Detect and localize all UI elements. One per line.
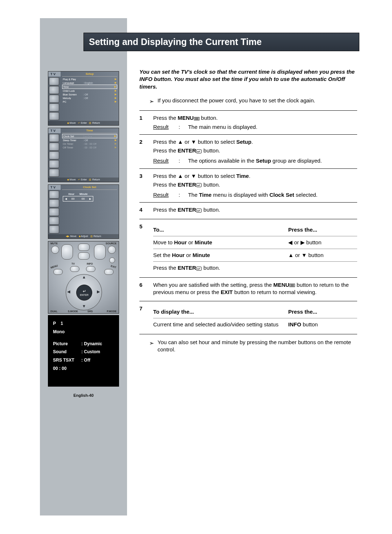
osd-footer: ◆ Move ↵ Enter ▥ Return <box>48 178 119 182</box>
osd-row-label: PC <box>63 101 83 103</box>
hour-value: 00 <box>69 197 77 200</box>
up-tilde-button[interactable] <box>78 244 90 251</box>
info-val: : Off <box>81 356 114 364</box>
arrow-right-icon: ▶ <box>97 289 100 294</box>
enter-button[interactable]: ↵ ENTER <box>76 285 92 301</box>
tv-button[interactable] <box>70 266 79 272</box>
exit-button[interactable] <box>104 269 114 275</box>
osd-row-label: Time <box>63 86 83 88</box>
note-bottom: ➣ You can also set hour and minute by pr… <box>139 339 357 354</box>
osd-icon <box>49 208 59 216</box>
source-button[interactable] <box>108 246 116 254</box>
page-title: Setting and Displaying the Current Time <box>84 33 359 51</box>
arrow-down-icon: ▼ <box>82 304 86 308</box>
osd-icon <box>49 160 59 168</box>
enter-icon <box>196 208 202 213</box>
osd-row-label: Blue Screen <box>63 93 83 96</box>
osd-footer: ◆ Move ↵ Enter ▥ Return <box>48 121 119 125</box>
osd-icon <box>49 103 59 111</box>
title-bar: Setting and Displaying the Current Time <box>83 33 359 51</box>
osd-icon <box>49 77 59 85</box>
chevron-right-icon: ▶ <box>114 135 116 138</box>
osd-tv-label: T V <box>48 72 61 77</box>
mute-label: MUTE <box>50 242 58 245</box>
osd-icon <box>49 169 59 177</box>
osd-icon <box>49 225 59 233</box>
info-key: SRS TSXT <box>53 356 81 364</box>
chevron-right-icon: ▶ <box>115 93 117 96</box>
tv-label: TV <box>72 262 75 265</box>
osd-row-label: Sleep Timer <box>63 139 83 142</box>
info-status-panel: P 1 Mono Picture: Dynamic Sound: Custom … <box>48 315 119 387</box>
svg-rect-5 <box>196 183 201 187</box>
info-mono: Mono <box>53 328 114 336</box>
osd-tv-label: T V <box>48 185 61 190</box>
remote-panel: MUTE SOURCE MENU TV INFO EXIT ▲ ▼ <box>48 241 119 314</box>
chevron-right-icon: ▶ <box>114 85 116 88</box>
info-label: INFO <box>87 262 93 265</box>
chevron-right-icon: ▶ <box>115 97 117 99</box>
chevron-right-icon: ▶ <box>115 78 117 81</box>
osd-setup-title: Setup <box>62 72 117 77</box>
osd-time-panel: T V Time Clock Set: - - : - -▶ Sleep Tim… <box>48 128 119 182</box>
instructions: You can set the TV's clock so that the c… <box>139 68 357 358</box>
osd-icon <box>49 112 59 120</box>
osd-icon <box>49 217 59 225</box>
info-val: : Dynamic <box>81 340 114 348</box>
svg-rect-7 <box>196 267 201 270</box>
step-5: 5 To...Press the... Move to Hour or Minu… <box>139 219 357 277</box>
chevron-right-icon: ▶ <box>115 139 117 142</box>
menu-button[interactable] <box>53 269 63 275</box>
mute-button[interactable] <box>51 246 59 254</box>
arrow-up-icon: ▲ <box>82 275 86 279</box>
osd-row-label: On Timer <box>63 143 83 145</box>
step-4: 4 Press the ENTER button. <box>139 202 357 219</box>
arrow-left-icon: ◀ <box>67 289 70 294</box>
osd-icon <box>49 95 59 103</box>
osd-row-label: Melody <box>63 97 83 99</box>
source-label: SOURCE <box>106 242 117 245</box>
osd-tv-label: T V <box>48 128 61 133</box>
hour-label: Hour <box>69 193 74 195</box>
step-1: 1 Press the MENU button. Result:The main… <box>139 110 357 134</box>
chevron-right-icon: ▶ <box>115 81 117 84</box>
note-arrow-icon: ➣ <box>148 98 155 106</box>
osd-icon <box>49 86 59 94</box>
osd-time-list: Clock Set: - - : - -▶ Sleep Timer: Off▶ … <box>61 133 119 178</box>
osd-icon <box>49 191 59 199</box>
svg-rect-4 <box>196 150 201 153</box>
ch-rocker[interactable] <box>94 244 106 260</box>
page-number: English-40 <box>40 393 127 398</box>
srs-label: SRS <box>87 310 93 313</box>
svg-rect-6 <box>196 209 201 212</box>
info-time: 00 : 00 <box>53 364 114 373</box>
pmode-label: P.MODE <box>107 310 117 313</box>
info-val: : Custom <box>81 348 114 356</box>
clock-boxes: ◀ 00 00 ▶ <box>63 196 93 201</box>
minute-value: 00 <box>79 197 87 200</box>
info-button[interactable] <box>86 266 95 272</box>
chevron-right-icon: ▶ <box>115 146 117 149</box>
menu-label: MENU <box>50 264 58 269</box>
chevron-right-icon: ▶ <box>115 142 117 145</box>
osd-row-label: Plug & Play <box>63 78 83 81</box>
smode-label: S.MODE <box>68 310 78 313</box>
chevron-left-icon: ◀ <box>65 197 67 200</box>
chevron-right-icon: ▶ <box>115 89 117 92</box>
step-7: 7 To display the...Press the... Current … <box>139 301 357 334</box>
info-key: Sound <box>53 348 81 356</box>
info-key: Picture <box>53 340 81 348</box>
step-6: 6 When you are satisfied with the settin… <box>139 277 357 301</box>
osd-setup-panel: T V Setup Plug & Play▶ Language: English… <box>48 71 119 126</box>
small-button[interactable] <box>109 257 115 263</box>
menu-icon <box>194 116 200 121</box>
osd-clockset-panel: T V Clock Set Hour Minute <box>48 184 119 239</box>
osd-clockset-title: Clock Set <box>62 185 117 190</box>
chevron-right-icon: ▶ <box>115 100 117 103</box>
down-tilde-button[interactable] <box>78 252 90 260</box>
osd-icon <box>49 151 59 159</box>
osd-icon <box>49 199 59 207</box>
step-3: 3 Press the ▲ or ▼ button to select Time… <box>139 168 357 203</box>
vol-rocker[interactable] <box>61 244 73 260</box>
menu-icon <box>289 283 295 288</box>
